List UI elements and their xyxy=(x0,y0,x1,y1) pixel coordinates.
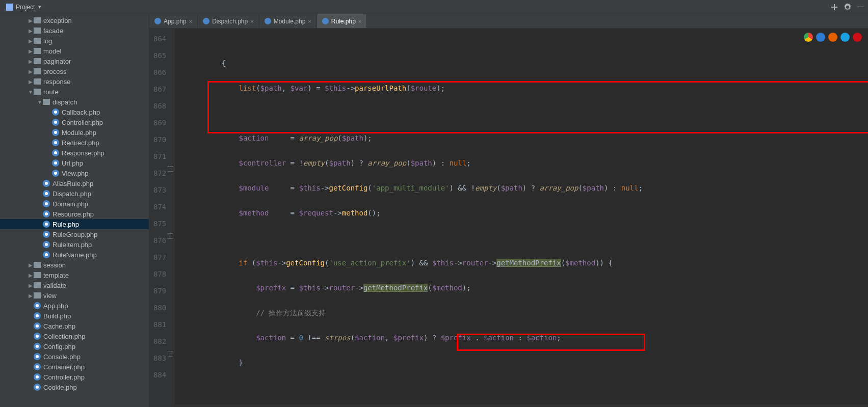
code-line: } xyxy=(175,355,868,371)
tree-item-controller-php[interactable]: Controller.php xyxy=(0,372,149,382)
php-file-icon xyxy=(52,119,59,126)
tree-arrow-icon[interactable]: ▶ xyxy=(28,283,34,288)
tree-item-dispatch[interactable]: ▼dispatch xyxy=(0,97,149,107)
collapse-icon[interactable] xyxy=(830,3,838,11)
tree-label: Config.php xyxy=(43,343,75,350)
editor-tab-dispatch-php[interactable]: Dispatch.php× xyxy=(198,14,259,28)
folder-icon xyxy=(34,28,41,34)
tree-item-domain-php[interactable]: Domain.php xyxy=(0,199,149,209)
tree-item-facade[interactable]: ▶facade xyxy=(0,25,149,36)
tree-item-template[interactable]: ▶template xyxy=(0,270,149,280)
tree-item-rulegroup-php[interactable]: RuleGroup.php xyxy=(0,229,149,239)
tree-item-redirect-php[interactable]: Redirect.php xyxy=(0,138,149,148)
tree-item-dispatch-php[interactable]: Dispatch.php xyxy=(0,188,149,199)
php-file-icon xyxy=(52,159,59,167)
tree-item-route[interactable]: ▼route xyxy=(0,87,149,97)
tree-item-container-php[interactable]: Container.php xyxy=(0,362,149,372)
tree-item-app-php[interactable]: App.php xyxy=(0,301,149,311)
tree-label: Response.php xyxy=(62,149,104,157)
tree-arrow-icon[interactable]: ▶ xyxy=(28,69,34,74)
opera-icon[interactable] xyxy=(853,33,862,42)
php-file-icon xyxy=(34,333,41,340)
tree-item-config-php[interactable]: Config.php xyxy=(0,341,149,351)
tree-item-collection-php[interactable]: Collection.php xyxy=(0,331,149,341)
line-number: 869 xyxy=(153,115,166,131)
line-number: 876 xyxy=(153,232,166,249)
tree-item-aliasrule-php[interactable]: AliasRule.php xyxy=(0,178,149,188)
tree-item-process[interactable]: ▶process xyxy=(0,66,149,76)
minimize-icon[interactable]: — xyxy=(857,3,865,11)
gear-icon[interactable] xyxy=(844,3,852,11)
tree-item-ruleitem-php[interactable]: RuleItem.php xyxy=(0,239,149,250)
tree-arrow-icon[interactable]: ▼ xyxy=(37,99,43,105)
tree-item-model[interactable]: ▶model xyxy=(0,46,149,56)
editor-tab-module-php[interactable]: Module.php× xyxy=(259,14,317,28)
project-dropdown[interactable]: Project ▼ xyxy=(3,3,45,12)
editor-tab-app-php[interactable]: App.php× xyxy=(149,14,198,28)
tree-arrow-icon[interactable]: ▶ xyxy=(28,79,34,85)
fold-marker[interactable]: − xyxy=(168,351,173,357)
tree-item-cache-php[interactable]: Cache.php xyxy=(0,321,149,331)
chrome-icon[interactable] xyxy=(804,33,813,42)
tree-item-resource-php[interactable]: Resource.php xyxy=(0,209,149,219)
fold-marker[interactable]: − xyxy=(168,233,173,239)
tree-item-controller-php[interactable]: Controller.php xyxy=(0,117,149,127)
tree-item-cookie-php[interactable]: Cookie.php xyxy=(0,382,149,392)
close-icon[interactable]: × xyxy=(308,18,311,24)
tree-label: log xyxy=(43,37,52,45)
tree-arrow-icon[interactable]: ▶ xyxy=(28,262,34,268)
php-file-icon xyxy=(52,139,59,146)
tree-label: view xyxy=(43,292,57,300)
folder-icon xyxy=(34,78,41,85)
tree-item-view-php[interactable]: View.php xyxy=(0,168,149,178)
tree-item-rulename-php[interactable]: RuleName.php xyxy=(0,250,149,260)
browser-icon[interactable] xyxy=(840,33,850,42)
fold-marker[interactable]: − xyxy=(168,166,173,172)
editor-tab-rule-php[interactable]: Rule.php× xyxy=(317,14,367,28)
tree-label: Container.php xyxy=(43,363,85,371)
tree-item-callback-php[interactable]: Callback.php xyxy=(0,107,149,117)
tree-label: paginator xyxy=(43,58,71,65)
edge-icon[interactable] xyxy=(816,33,825,42)
tree-label: Redirect.php xyxy=(62,139,99,147)
tree-item-paginator[interactable]: ▶paginator xyxy=(0,56,149,66)
tree-arrow-icon[interactable]: ▼ xyxy=(28,89,34,95)
php-file-icon xyxy=(34,302,41,309)
close-icon[interactable]: × xyxy=(250,18,253,24)
tree-item-exception[interactable]: ▶exception xyxy=(0,15,149,25)
firefox-icon[interactable] xyxy=(828,33,837,42)
code-area[interactable]: { list($path, $var) = $this->parseUrlPat… xyxy=(175,29,868,407)
tree-arrow-icon[interactable]: ▶ xyxy=(28,59,34,64)
tree-arrow-icon[interactable]: ▶ xyxy=(28,38,34,44)
tree-item-validate[interactable]: ▶validate xyxy=(0,280,149,290)
tree-item-session[interactable]: ▶session xyxy=(0,260,149,270)
code-editor[interactable]: 8648658668678688698708718728738748758768… xyxy=(149,29,868,407)
close-icon[interactable]: × xyxy=(358,18,361,24)
folder-icon xyxy=(34,292,41,299)
tree-item-build-php[interactable]: Build.php xyxy=(0,311,149,321)
top-toolbar: Project ▼ — xyxy=(0,0,868,14)
tree-arrow-icon[interactable]: ▶ xyxy=(28,273,34,278)
tree-item-log[interactable]: ▶log xyxy=(0,36,149,46)
tree-item-view[interactable]: ▶view xyxy=(0,290,149,301)
tree-label: View.php xyxy=(62,170,89,177)
php-file-icon xyxy=(265,18,271,24)
project-tree[interactable]: ▶exception▶facade▶log▶model▶paginator▶pr… xyxy=(0,14,149,407)
tree-item-url-php[interactable]: Url.php xyxy=(0,158,149,168)
tree-item-rule-php[interactable]: Rule.php xyxy=(0,219,149,229)
tree-item-response[interactable]: ▶response xyxy=(0,76,149,87)
tree-label: facade xyxy=(43,27,63,35)
tree-arrow-icon[interactable]: ▶ xyxy=(28,48,34,54)
tree-item-module-php[interactable]: Module.php xyxy=(0,127,149,138)
tree-arrow-icon[interactable]: ▶ xyxy=(28,293,34,299)
editor-tabs: App.php×Dispatch.php×Module.php×Rule.php… xyxy=(149,14,868,29)
tree-item-console-php[interactable]: Console.php xyxy=(0,351,149,362)
line-number: 878 xyxy=(153,266,166,283)
close-icon[interactable]: × xyxy=(189,18,192,24)
code-line: $prefix = $this->router->getMethodPrefix… xyxy=(175,280,868,296)
tree-item-response-php[interactable]: Response.php xyxy=(0,148,149,158)
line-number: 867 xyxy=(153,81,166,98)
folder-icon xyxy=(34,272,41,278)
tree-arrow-icon[interactable]: ▶ xyxy=(28,18,34,23)
tree-arrow-icon[interactable]: ▶ xyxy=(28,28,34,34)
